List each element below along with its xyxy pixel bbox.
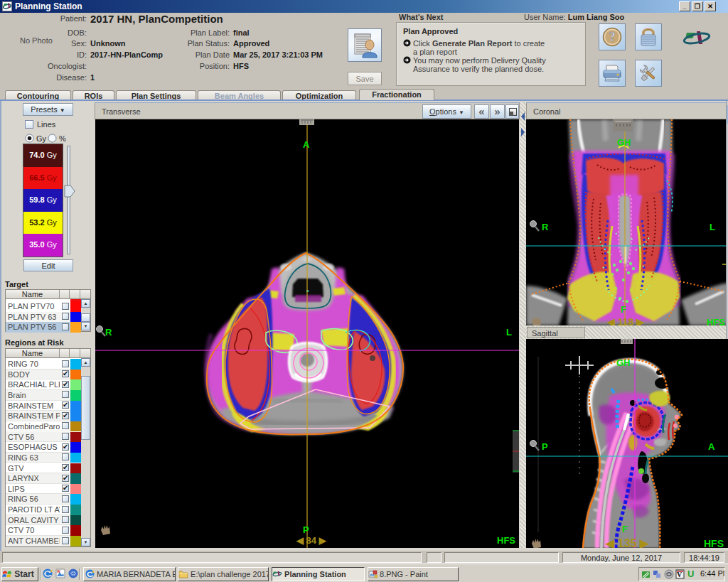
svg-text:F: F (622, 524, 628, 534)
svg-text:R: R (105, 327, 112, 338)
svg-text:?: ? (609, 30, 616, 44)
svg-text:U: U (687, 568, 694, 579)
svg-text:W: W (57, 569, 60, 573)
svg-text:HFS: HFS (707, 317, 725, 325)
svg-text:GH: GH (617, 137, 631, 148)
svg-text:6:44 PM: 6:44 PM (700, 569, 724, 578)
svg-text:L: L (506, 327, 512, 338)
svg-text:GH: GH (616, 357, 631, 368)
svg-text:F: F (621, 304, 626, 315)
svg-text:A: A (303, 139, 310, 150)
svg-text:A: A (708, 441, 715, 452)
svg-text:P: P (303, 524, 309, 535)
svg-text:%: % (59, 134, 66, 143)
svg-text:◀ 118 ▶: ◀ 118 ▶ (606, 316, 645, 325)
svg-text:◀ 135 ▶: ◀ 135 ▶ (605, 537, 649, 548)
svg-text:P: P (542, 441, 548, 452)
svg-text:HFS: HFS (497, 535, 515, 546)
svg-text:R: R (542, 222, 549, 232)
svg-text:◀ 84 ▶: ◀ 84 ▶ (296, 535, 327, 546)
svg-text:HFS: HFS (704, 538, 724, 548)
svg-text:L: L (710, 222, 715, 232)
svg-text:Gy: Gy (36, 134, 47, 143)
